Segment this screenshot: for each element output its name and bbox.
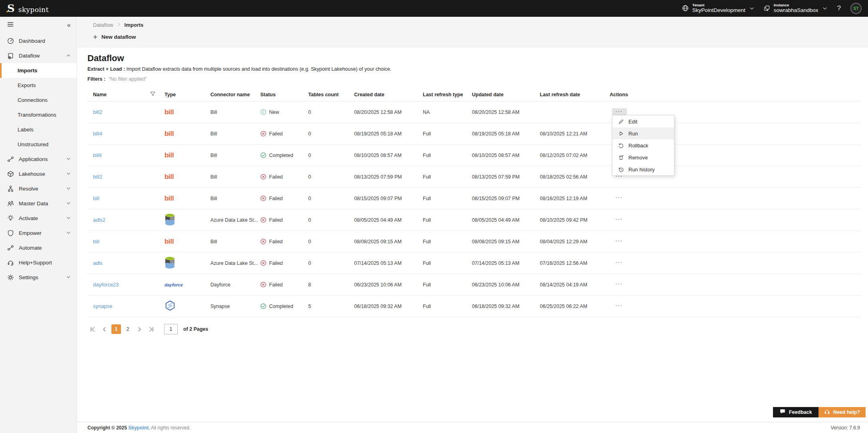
filters-row: Filters : "No filter applied"	[87, 76, 868, 82]
last-page-button[interactable]	[147, 324, 157, 334]
dataflow-name-link[interactable]: bill	[93, 195, 99, 201]
sidebar-item-dashboard[interactable]: Dashboard	[0, 34, 77, 48]
sidebar-item-labels[interactable]: Labels	[0, 122, 77, 137]
last-refresh-date: 08/18/2025 02:56 AM	[540, 174, 610, 180]
menu-item-run-history[interactable]: Run history	[612, 163, 674, 175]
copyright-text: Copyright © 2025 Skypoint. All rights re…	[87, 425, 190, 431]
status-label: Failed	[269, 196, 283, 201]
column-header-last-refresh: Last refresh date	[540, 92, 610, 97]
globe-icon	[682, 5, 689, 12]
sidebar-item-unstructured[interactable]: Unstructured	[0, 137, 77, 152]
skypoint-logo[interactable]: S skypoint	[7, 3, 49, 14]
dataflow-name-link[interactable]: bill2	[93, 109, 102, 115]
tables-count: 0	[308, 109, 354, 115]
table-row: billbillBillFailed008/08/2025 09:15 AMFu…	[87, 231, 861, 252]
created-date: 06/18/2025 09:32 AM	[354, 304, 423, 309]
bill-logo: bill	[164, 151, 174, 159]
sidebar-item-activate[interactable]: Activate	[0, 211, 77, 226]
page-number-input[interactable]	[164, 324, 178, 334]
instance-selector[interactable]: Instance sowrabhaSandbox	[763, 3, 828, 14]
chevron-down-icon	[66, 215, 71, 222]
connector-name: Bill	[210, 196, 260, 201]
help-icon[interactable]: ?	[836, 4, 842, 12]
table-row: billbillBillFailed008/15/2025 09:07 PMFu…	[87, 188, 861, 209]
plus-icon: +	[93, 33, 97, 41]
row-actions-button[interactable]: ···	[612, 238, 627, 245]
menu-item-rollback[interactable]: Rollback	[612, 139, 674, 151]
sidebar-item-exports[interactable]: Exports	[0, 78, 77, 93]
sidebar-item-imports[interactable]: Imports	[0, 63, 77, 78]
dataflow-name-link[interactable]: adls2	[93, 217, 105, 223]
need-help-button[interactable]: Need help?	[818, 407, 866, 417]
row-actions-button[interactable]: ···	[612, 281, 627, 288]
table-row: bill2billBillFailed008/13/2025 07:59 PMF…	[87, 166, 861, 188]
row-actions-button[interactable]: ···	[612, 259, 627, 267]
next-page-button[interactable]	[135, 324, 145, 334]
status-label: Failed	[269, 282, 283, 288]
sidebar-item-settings[interactable]: Settings	[0, 270, 77, 285]
page-button-1[interactable]: 1	[111, 324, 121, 334]
prev-page-button[interactable]	[99, 324, 109, 334]
updated-date: 07/14/2025 05:13 AM	[472, 260, 540, 266]
menu-item-label: Remove	[628, 155, 648, 161]
menu-item-edit[interactable]: Edit	[612, 115, 674, 127]
breadcrumb-dataflow[interactable]: Dataflow	[93, 22, 113, 28]
dataflow-name-link[interactable]: bill	[93, 238, 99, 244]
sidebar-item-empower[interactable]: Empower	[0, 226, 77, 240]
created-date: 08/10/2025 08:57 AM	[354, 153, 423, 158]
subtitle-bold: Extract + Load :	[87, 66, 125, 72]
sidebar-item-dataflow[interactable]: Dataflow	[0, 48, 77, 63]
remove-icon	[618, 155, 624, 161]
connector-name: Bill	[210, 131, 260, 137]
row-actions-button[interactable]: ···	[612, 195, 627, 202]
created-date: 07/14/2025 05:13 AM	[354, 260, 423, 266]
dataflow-name-link[interactable]: bill4	[93, 131, 102, 137]
sidebar-item-resolve[interactable]: Resolve	[0, 181, 77, 196]
dataflow-table: Name Type Connector name Status Tables c…	[87, 88, 861, 317]
menu-item-run[interactable]: Run	[612, 127, 674, 139]
filter-icon[interactable]	[150, 91, 156, 98]
status-label: Completed	[269, 153, 293, 158]
main-content: Dataflow Imports + New dataflow Dataflow…	[77, 17, 868, 433]
page-button-2[interactable]: 2	[123, 324, 133, 334]
row-actions-button[interactable]: ···	[612, 302, 627, 310]
row-actions-button[interactable]: ···	[612, 216, 627, 224]
edit-icon	[618, 119, 624, 125]
subtitle-text: Import Dataflow extracts data from multi…	[125, 66, 391, 72]
collapse-sidebar-icon[interactable]: «	[67, 22, 71, 29]
connector-name: Bill	[210, 153, 260, 158]
last-refresh-type: NA	[423, 109, 472, 115]
sidebar-item-lakehouse[interactable]: Lakehouse	[0, 167, 77, 181]
dataflow-name-link[interactable]: bill2	[93, 174, 102, 180]
menu-item-remove[interactable]: Remove	[612, 151, 674, 163]
avatar[interactable]: ST	[850, 3, 862, 14]
sidebar-item-help-support[interactable]: Help+Support	[0, 255, 77, 270]
dayforce-logo: dayforce	[164, 282, 183, 287]
version-label: Version: 7.6.9	[831, 425, 860, 431]
status-label: New	[269, 109, 279, 115]
menu-item-label: Edit	[628, 119, 637, 125]
sidebar-item-applications[interactable]: Applications	[0, 152, 77, 167]
dataflow-name-link[interactable]: dayforce23	[93, 282, 119, 288]
chevron-down-icon	[66, 230, 71, 236]
sidebar-item-transformations[interactable]: Transformations	[0, 107, 77, 122]
connector-name: Dayforce	[210, 282, 260, 288]
feedback-button[interactable]: Feedback	[773, 407, 818, 417]
sidebar-item-automate[interactable]: Automate	[0, 240, 77, 255]
skypoint-footer-link[interactable]: Skypoint.	[128, 425, 150, 431]
last-refresh-type: Full	[423, 217, 472, 223]
tenant-selector[interactable]: Tenant SkyPointDevelopment	[682, 3, 755, 14]
first-page-button[interactable]	[87, 324, 97, 334]
last-refresh-type: Full	[423, 196, 472, 201]
chevron-up-icon	[66, 53, 71, 59]
hamburger-menu-icon[interactable]	[7, 21, 14, 29]
updated-date: 06/18/2025 09:32 AM	[472, 304, 540, 309]
connector-name: Azure Data Lake St...	[210, 260, 260, 266]
sidebar-item-master-data[interactable]: Master Data	[0, 196, 77, 211]
sidebar-item-connections[interactable]: Connections	[0, 93, 77, 107]
dataflow-name-link[interactable]: synapse	[93, 303, 112, 309]
dataflow-name-link[interactable]: billll	[93, 152, 102, 158]
new-dataflow-button[interactable]: + New dataflow	[93, 33, 136, 41]
dataflow-name-link[interactable]: adls	[93, 260, 103, 266]
resolve-icon	[7, 185, 14, 192]
